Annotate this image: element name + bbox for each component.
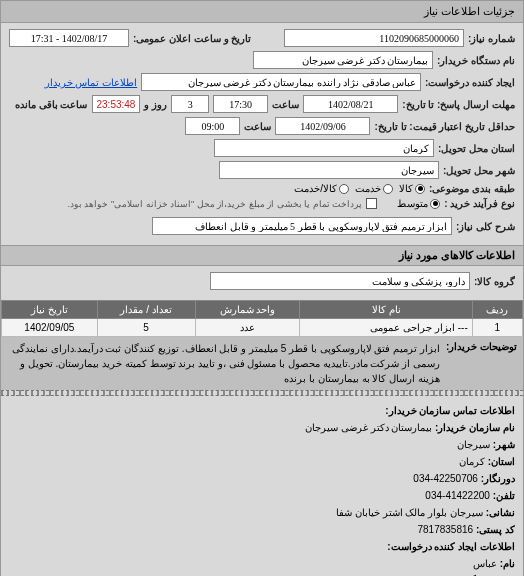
col-name: نام کالا (300, 301, 472, 319)
name-label: نام: (500, 558, 515, 569)
name-value: عباس (473, 558, 497, 569)
contact-city-value: سیرجان (457, 439, 490, 450)
col-idx: ردیف (472, 301, 522, 319)
req-no-input[interactable] (284, 29, 464, 47)
treasury-checkbox[interactable] (366, 198, 377, 209)
remaining-suffix: ساعت باقی مانده (15, 99, 88, 110)
category-label: طبقه بندی موضوعی: (429, 183, 515, 194)
process-radio-group: متوسط (397, 198, 440, 209)
org-value: بیمارستان دکتر غرضی سیرجان (305, 422, 432, 433)
radio-empty-icon (339, 184, 349, 194)
col-qty: تعداد / مقدار (97, 301, 195, 319)
deadline-label: مهلت ارسال پاسخ: تا تاریخ: (402, 99, 515, 110)
fax-value: 42250706-034 (413, 473, 478, 484)
buyer-desc-text: ابزار ترمیم فتق لاپاروسکوپی با قطر 5 میل… (7, 341, 440, 386)
table-row[interactable]: 1 --- ابزار جراحی عمومی عدد 5 1402/09/05 (2, 319, 523, 337)
group-label: گروه کالا: (474, 276, 515, 287)
deadline-date-input[interactable] (303, 95, 398, 113)
radio-dot-icon (430, 199, 440, 209)
radio-dot-icon (415, 184, 425, 194)
buyer-desc-block: توضیحات خریدار: ابزار ترمیم فتق لاپاروسک… (1, 337, 523, 390)
category-radio-group: کالا خدمت کالا/خدمت (294, 183, 425, 194)
phone-label: تلفن: (493, 490, 515, 501)
postal-value: 7817835816 (417, 524, 473, 535)
contact-province-value: کرمان (459, 456, 485, 467)
countdown: 23:53:48 (92, 95, 141, 113)
form-area: شماره نیاز: تاریخ و ساعت اعلان عمومی: نا… (1, 23, 523, 245)
city-label: شهر محل تحویل: (443, 165, 515, 176)
deadline-time-input[interactable] (213, 95, 268, 113)
address-label: نشانی: (486, 507, 515, 518)
tab-header: جزئیات اطلاعات نیاز (1, 1, 523, 23)
details-panel: جزئیات اطلاعات نیاز شماره نیاز: تاریخ و … (0, 0, 524, 576)
radio-kala[interactable]: کالا (399, 183, 425, 194)
contact-section-title: اطلاعات تماس سازمان خریدار: (385, 405, 515, 416)
creator-input[interactable] (141, 73, 421, 91)
radio-medium[interactable]: متوسط (397, 198, 440, 209)
contact-city-label: شهر: (493, 439, 515, 450)
col-date: تاریخ نیاز (2, 301, 98, 319)
need-title-input[interactable] (152, 217, 452, 235)
province-label: استان محل تحویل: (438, 143, 515, 154)
radio-empty-icon (383, 184, 393, 194)
goods-section-title: اطلاعات کالاهای مورد نیاز (1, 245, 523, 266)
public-date-input[interactable] (9, 29, 129, 47)
col-unit: واحد شمارش (195, 301, 300, 319)
tab-title: جزئیات اطلاعات نیاز (424, 5, 515, 17)
remaining-days-label: روز و (144, 99, 167, 110)
radio-khedmat[interactable]: خدمت (355, 183, 393, 194)
city-input[interactable] (219, 161, 439, 179)
phone-value: 41422200-034 (425, 490, 490, 501)
deadline-time-label: ساعت (272, 99, 299, 110)
group-input[interactable] (210, 272, 470, 290)
org-label: نام سازمان خریدار: (435, 422, 515, 433)
validity-time-input[interactable] (185, 117, 240, 135)
postal-label: کد پستی: (476, 524, 515, 535)
buyer-name-input[interactable] (253, 51, 433, 69)
validity-time-label: ساعت (244, 121, 271, 132)
need-title-label: شرح کلی نیاز: (456, 221, 515, 232)
contact-province-label: استان: (488, 456, 515, 467)
public-date-label: تاریخ و ساعت اعلان عمومی: (133, 33, 251, 44)
buyer-contact-link[interactable]: اطلاعات تماس خریدار (45, 77, 138, 88)
validity-date-input[interactable] (275, 117, 370, 135)
remaining-days-input (171, 95, 209, 113)
fax-label: دورنگار: (481, 473, 515, 484)
contact-block: اطلاعات تماس سازمان خریدار: نام سازمان خ… (1, 396, 523, 576)
creator-label: ایجاد کننده درخواست: (425, 77, 515, 88)
buyer-desc-label: توضیحات خریدار: (446, 341, 517, 386)
req-creator-title: اطلاعات ایجاد کننده درخواست: (387, 541, 515, 552)
buyer-name-label: نام دستگاه خریدار: (437, 55, 515, 66)
radio-kala-khedmat[interactable]: کالا/خدمت (294, 183, 349, 194)
address-value: سیرجان بلوار مالک اشتر خیابان شفا (336, 507, 483, 518)
treasury-note: پرداخت تمام یا بخشی از مبلغ خرید،از محل … (67, 199, 362, 209)
req-no-label: شماره نیاز: (468, 33, 515, 44)
province-input[interactable] (214, 139, 434, 157)
process-label: نوع فرآیند خرید : (444, 198, 515, 209)
goods-table: ردیف نام کالا واحد شمارش تعداد / مقدار ت… (1, 300, 523, 337)
validity-label: حداقل تاریخ اعتبار قیمت: تا تاریخ: (374, 121, 515, 132)
